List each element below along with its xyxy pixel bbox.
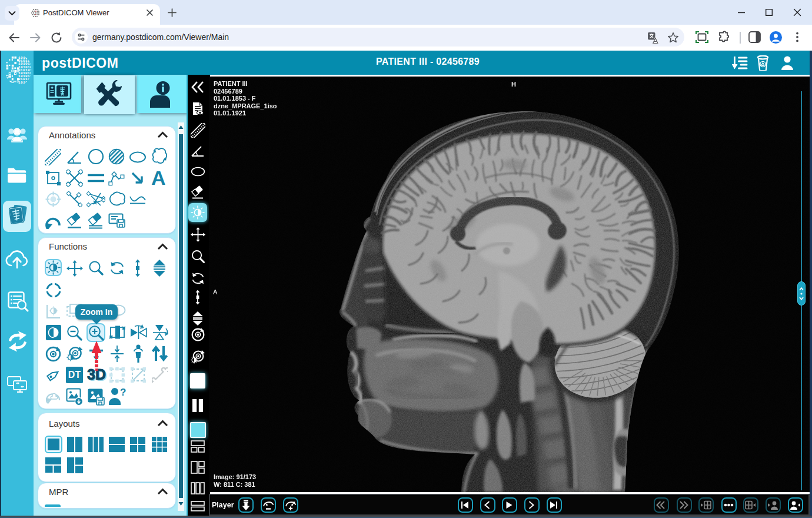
svg-text:1010101: 1010101	[18, 81, 33, 85]
svg-text:?: ?	[120, 387, 126, 398]
